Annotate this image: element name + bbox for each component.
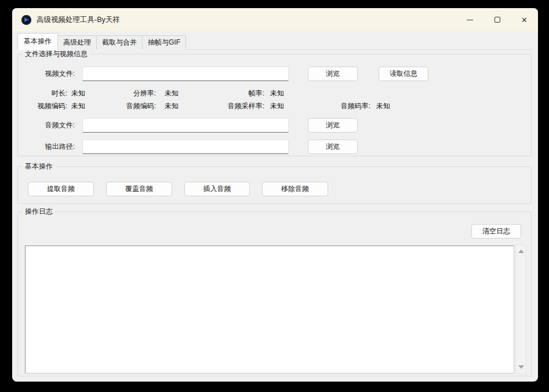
duration-label: 时长: xyxy=(18,89,67,98)
audio-file-input[interactable] xyxy=(82,118,289,133)
scroll-up-icon[interactable] xyxy=(518,250,524,253)
video-file-label: 视频文件: xyxy=(34,69,75,78)
resolution-label: 分辨率: xyxy=(93,89,156,98)
file-selection-group: 文件选择与视频信息 视频文件: 浏览 读取信息 时长: 未知 分辨率: 未知 帧… xyxy=(17,54,532,156)
play-icon xyxy=(24,17,29,22)
log-scrollbar[interactable] xyxy=(515,244,526,374)
overwrite-audio-button[interactable]: 覆盖音频 xyxy=(106,182,172,196)
app-window: 高级视频处理工具-By天祥 ✕ 基本操作 高级处理 截取与合并 抽帧与GIF 文… xyxy=(12,8,538,382)
audio-samplerate-label: 音频采样率: xyxy=(192,101,264,111)
audio-file-label: 音频文件: xyxy=(34,120,75,130)
video-file-input[interactable] xyxy=(82,67,289,81)
log-textarea[interactable] xyxy=(25,246,514,373)
minimize-button[interactable] xyxy=(456,8,483,31)
video-browse-button[interactable]: 浏览 xyxy=(308,67,358,81)
audio-bitrate-value: 未知 xyxy=(376,101,390,111)
audio-codec-label: 音频编码: xyxy=(93,101,156,111)
title-bar[interactable]: 高级视频处理工具-By天祥 ✕ xyxy=(12,8,538,31)
audio-samplerate-value: 未知 xyxy=(270,101,284,111)
close-button[interactable]: ✕ xyxy=(511,8,538,31)
close-icon: ✕ xyxy=(521,16,528,24)
tab-frames-and-gif[interactable]: 抽帧与GIF xyxy=(142,35,186,50)
read-info-button[interactable]: 读取信息 xyxy=(379,67,428,81)
app-icon xyxy=(21,15,31,25)
file-selection-group-title: 文件选择与视频信息 xyxy=(23,50,90,58)
video-codec-label: 视频编码: xyxy=(18,101,67,111)
duration-value: 未知 xyxy=(71,89,85,98)
window-controls: ✕ xyxy=(456,8,538,31)
tab-bar: 基本操作 高级处理 截取与合并 抽帧与GIF xyxy=(17,35,533,50)
window-title: 高级视频处理工具-By天祥 xyxy=(37,15,120,25)
output-path-label: 输出路径: xyxy=(34,142,75,151)
resolution-value: 未知 xyxy=(165,89,179,98)
output-browse-button[interactable]: 浏览 xyxy=(308,140,358,154)
tab-cut-and-merge[interactable]: 截取与合并 xyxy=(96,35,143,50)
audio-browse-button[interactable]: 浏览 xyxy=(308,118,358,133)
insert-audio-button[interactable]: 插入音频 xyxy=(184,182,250,196)
basic-actions-group: 基本操作 提取音频 覆盖音频 插入音频 移除音频 xyxy=(17,166,532,204)
log-group: 操作日志 清空日志 xyxy=(17,211,532,376)
tab-basic-operations[interactable]: 基本操作 xyxy=(17,33,58,50)
tab-advanced-processing[interactable]: 高级处理 xyxy=(57,35,97,50)
video-codec-value: 未知 xyxy=(71,101,85,111)
basic-actions-group-title: 基本操作 xyxy=(23,162,55,171)
audio-codec-value: 未知 xyxy=(165,101,179,111)
framerate-value: 未知 xyxy=(270,89,284,98)
remove-audio-button[interactable]: 移除音频 xyxy=(262,182,328,196)
output-path-input[interactable] xyxy=(82,140,289,154)
maximize-icon xyxy=(495,17,500,23)
framerate-label: 帧率: xyxy=(192,89,264,98)
extract-audio-button[interactable]: 提取音频 xyxy=(28,182,94,196)
clear-log-button[interactable]: 清空日志 xyxy=(471,224,521,239)
audio-bitrate-label: 音频码率: xyxy=(296,101,370,111)
maximize-button[interactable] xyxy=(483,8,511,31)
scroll-down-icon[interactable] xyxy=(518,365,524,369)
log-group-title: 操作日志 xyxy=(23,207,55,216)
minimize-icon xyxy=(467,20,473,20)
